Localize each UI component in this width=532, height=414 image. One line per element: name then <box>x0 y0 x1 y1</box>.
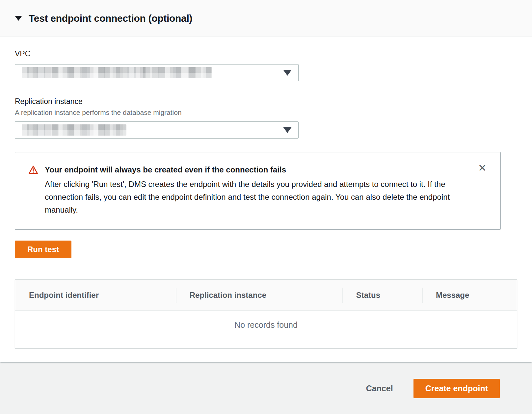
run-test-button[interactable]: Run test <box>15 241 71 258</box>
cancel-button[interactable]: Cancel <box>353 380 406 397</box>
warning-triangle-icon <box>28 165 38 176</box>
test-endpoint-section: Test endpoint connection (optional) VPC … <box>0 0 532 362</box>
collapse-triangle-icon <box>15 16 22 21</box>
vpc-label: VPC <box>15 49 517 58</box>
vpc-select[interactable] <box>15 64 299 81</box>
warning-alert: Your endpoint will always be created eve… <box>15 152 501 230</box>
alert-title: Your endpoint will always be created eve… <box>45 165 476 175</box>
replication-instance-description: A replication instance performs the data… <box>15 108 517 117</box>
create-endpoint-button[interactable]: Create endpoint <box>413 379 500 398</box>
test-results-table: Endpoint identifier Replication instance… <box>15 279 517 348</box>
empty-state-text: No records found <box>234 320 298 348</box>
section-title: Test endpoint connection (optional) <box>29 13 192 24</box>
chevron-down-icon <box>283 127 292 133</box>
replication-instance-select[interactable] <box>15 121 299 139</box>
vpc-field: VPC <box>15 49 517 81</box>
alert-body: After clicking 'Run test', DMS creates t… <box>45 178 476 216</box>
replication-instance-label: Replication instance <box>15 97 517 106</box>
table-body: No records found <box>15 311 517 348</box>
column-header-status: Status <box>342 291 422 300</box>
vpc-redacted-value <box>22 67 212 78</box>
replication-instance-redacted-value <box>22 124 126 136</box>
column-header-endpoint-identifier: Endpoint identifier <box>15 291 176 300</box>
footer-actions: Cancel Create endpoint <box>0 362 532 414</box>
replication-instance-field: Replication instance A replication insta… <box>15 97 517 139</box>
column-header-message: Message <box>422 291 517 300</box>
section-body: VPC Replication instance A replication i… <box>0 37 532 362</box>
column-header-replication-instance: Replication instance <box>176 291 342 300</box>
chevron-down-icon <box>283 70 292 76</box>
close-icon[interactable]: ✕ <box>475 162 489 174</box>
section-header-toggle[interactable]: Test endpoint connection (optional) <box>0 0 532 37</box>
table-header-row: Endpoint identifier Replication instance… <box>15 280 517 311</box>
alert-content: Your endpoint will always be created eve… <box>45 165 476 216</box>
